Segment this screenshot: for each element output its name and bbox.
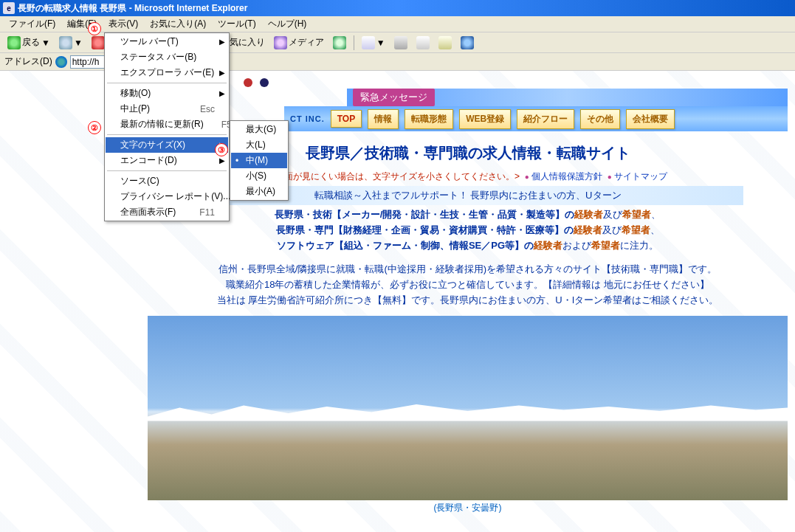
media-icon	[274, 36, 287, 49]
line3: ソフトウェア【組込・ファーム・制御、情報SE／PG等】の経験者および希望者に注力…	[148, 239, 788, 252]
arrow-right-icon: ▶	[219, 38, 225, 46]
nav-web[interactable]: WEB登録	[459, 109, 511, 129]
landscape-photo	[148, 316, 788, 500]
media-button[interactable]: メディア	[271, 35, 327, 51]
messenger-button[interactable]	[458, 35, 477, 51]
view-menu: ツール バー(T)▶ ステータス バー(B) エクスプローラ バー(E)▶ 移動…	[104, 32, 230, 221]
nav-top[interactable]: TOP	[331, 110, 362, 128]
menu-source[interactable]: ソース(C)	[106, 173, 228, 189]
separator	[354, 35, 354, 50]
bullet-icon: ●	[525, 173, 529, 181]
discuss-icon	[438, 36, 452, 49]
menu-explorerbar[interactable]: エクスプローラ バー(E)▶	[106, 65, 228, 80]
sitemap-link[interactable]: サイトマップ	[614, 171, 667, 182]
arrow-right-icon: ▶	[219, 89, 225, 97]
emergency-banner: 緊急メッセージ	[347, 89, 788, 106]
menu-refresh[interactable]: 最新の情報に更新(R)F5	[106, 117, 228, 132]
menu-separator	[107, 83, 227, 83]
edit-icon	[416, 36, 430, 49]
arrow-right-icon: ▶	[219, 156, 225, 165]
photo-caption: (長野県・安曇野)	[148, 502, 788, 514]
line1: 長野県・技術【メーカー/開発・設計・生技・生管・品質・製造等】の経験者及び希望者…	[148, 208, 788, 221]
forward-icon	[59, 36, 72, 49]
desc1: 信州・長野県全域/隣接県に就職・転職(中途採用・経験者採用)を希望される方々のサ…	[148, 263, 788, 276]
history-icon	[333, 36, 346, 49]
back-icon	[7, 36, 21, 49]
menu-separator	[107, 170, 227, 171]
print-icon	[394, 36, 407, 49]
bullet-icon: ●	[608, 173, 612, 181]
edit-button[interactable]	[413, 35, 433, 51]
menu-view[interactable]: 表示(V)	[103, 16, 144, 32]
ie-icon: e	[3, 2, 15, 14]
privacy-link[interactable]: 個人情報保護方針	[531, 171, 602, 182]
menu-privacy[interactable]: プライバシー レポート(V)...	[106, 189, 228, 204]
nav-info[interactable]: 情報	[368, 109, 399, 129]
nav-flow[interactable]: 紹介フロー	[517, 109, 574, 129]
marker-2: ②	[88, 121, 101, 134]
discuss-button[interactable]	[436, 35, 455, 51]
check-dot: •	[235, 156, 238, 166]
nav-form[interactable]: 転職形態	[405, 109, 453, 129]
window-titlebar: e 長野の転職求人情報 長野県 - Microsoft Internet Exp…	[0, 0, 795, 16]
nav-other[interactable]: その他	[580, 109, 620, 129]
mountains	[148, 399, 788, 421]
forward-button[interactable]: ▼	[56, 35, 86, 51]
desc3: 当社は 厚生労働省許可紹介所につき【無料】です。長野県内にお住まいの方、U・Iタ…	[148, 294, 788, 307]
page-icon	[55, 56, 67, 68]
nav-company[interactable]: 会社概要	[626, 109, 675, 129]
emergency-label: 緊急メッセージ	[353, 89, 435, 106]
stop-icon	[92, 36, 105, 49]
menubar: ファイル(F) 編集(E) 表示(V) お気に入り(A) ツール(T) ヘルプ(…	[0, 16, 795, 32]
marker-3: ③	[215, 143, 228, 156]
marker-1: ①	[88, 22, 101, 35]
menu-help[interactable]: ヘルプ(H)	[262, 16, 313, 32]
company-logo: CT INC.	[290, 114, 325, 123]
menu-tools[interactable]: ツール(T)	[212, 16, 261, 32]
menu-stop[interactable]: 中止(P)Esc	[106, 101, 228, 117]
menu-separator	[107, 134, 227, 135]
size-smallest[interactable]: 最小(A)	[231, 184, 287, 199]
site-nav: CT INC. TOP 情報 転職形態 WEB登録 紹介フロー その他 会社概要	[284, 106, 788, 131]
desc2: 職業紹介18年の蓄積した企業情報が、必ずお役に立つと確信しています。【詳細情報は…	[148, 278, 788, 291]
line2: 長野県・専門【財務経理・企画・貿易・資材購買・特許・医療等】の経験者及び希望者、	[148, 224, 788, 237]
textsize-submenu: 最大(G) 大(L) •中(M) 小(S) 最小(A)	[230, 120, 289, 201]
mail-icon	[362, 36, 375, 49]
size-smaller[interactable]: 小(S)	[231, 168, 287, 184]
menu-textsize[interactable]: 文字のサイズ(X)▶	[106, 137, 228, 153]
size-largest[interactable]: 最大(G)	[231, 122, 287, 137]
menu-toolbars[interactable]: ツール バー(T)▶	[106, 34, 228, 49]
arrow-right-icon: ▶	[219, 69, 225, 77]
menu-statusbar[interactable]: ステータス バー(B)	[106, 49, 228, 65]
size-larger[interactable]: 大(L)	[231, 137, 287, 153]
window-title: 長野の転職求人情報 長野県 - Microsoft Internet Explo…	[18, 2, 247, 15]
note-text: < 画面が見にくい場合は、文字サイズを小さくしてください。>	[268, 171, 520, 182]
history-button[interactable]	[330, 35, 349, 51]
menu-encoding[interactable]: エンコード(D)▶	[106, 153, 228, 168]
dot-navy	[260, 78, 269, 87]
menu-goto[interactable]: 移動(O)▶	[106, 86, 228, 101]
back-button[interactable]: 戻る ▼	[4, 35, 53, 51]
dot-red	[244, 78, 252, 87]
size-medium[interactable]: •中(M)	[231, 153, 287, 168]
mail-button[interactable]: ▼	[359, 35, 388, 51]
menu-file[interactable]: ファイル(F)	[3, 16, 61, 32]
messenger-icon	[461, 36, 474, 49]
print-button[interactable]	[391, 35, 410, 51]
menu-fullscreen[interactable]: 全画面表示(F)F11	[106, 204, 228, 220]
address-label: アドレス(D)	[4, 55, 52, 68]
menu-favorites[interactable]: お気に入り(A)	[144, 16, 212, 32]
